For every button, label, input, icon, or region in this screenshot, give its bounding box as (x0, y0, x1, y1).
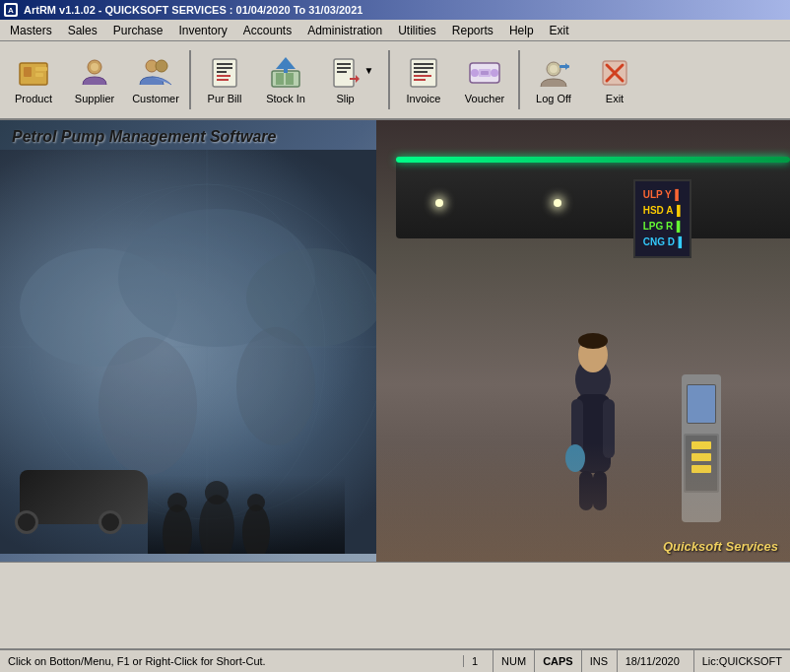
svg-point-56 (242, 504, 270, 554)
slip-icon (328, 55, 363, 91)
svg-point-65 (578, 333, 608, 349)
svg-rect-15 (217, 79, 229, 81)
invoice-icon (406, 55, 441, 91)
svg-text:A: A (8, 6, 14, 15)
stockin-icon (268, 55, 303, 91)
status-bar: Click on Botton/Menu, F1 or Right-Click … (0, 648, 790, 672)
toolbar-supplier-btn[interactable]: Supplier (65, 44, 124, 115)
svg-point-55 (205, 481, 229, 504)
product-icon (16, 55, 51, 91)
status-date: 18/11/2020 (618, 650, 694, 672)
crowd-silhouette (148, 475, 345, 554)
menu-purchase[interactable]: Purchase (105, 22, 171, 39)
watermark: Quicksoft Services (663, 539, 778, 554)
banner-title: Petrol Pump Management Software (12, 128, 277, 146)
status-page: 1 (464, 650, 494, 672)
fuel-cng: CNG D▐ (643, 235, 682, 250)
toolbar-stockin-btn[interactable]: Stock In (256, 44, 315, 115)
car-wheel-right (99, 510, 122, 534)
toolbar-separator-1 (189, 50, 191, 109)
svg-rect-11 (217, 63, 232, 65)
toolbar-customer-btn[interactable]: Customer (126, 44, 185, 115)
station-area: ULP Y▐ HSD A▐ LPG R▐ CNG D▐ (376, 120, 790, 562)
light-1 (435, 199, 443, 207)
toolbar-invoice-btn[interactable]: Invoice (394, 44, 453, 115)
fuel-hsd: HSD A▐ (643, 203, 682, 219)
menu-masters[interactable]: Masters (2, 22, 60, 39)
menu-inventory[interactable]: Inventory (170, 22, 234, 39)
svg-rect-23 (337, 67, 351, 69)
svg-rect-69 (688, 385, 715, 423)
status-num: NUM (494, 650, 535, 672)
app-icon: A (4, 3, 18, 17)
fuel-lpg: LPG R▐ (643, 219, 682, 235)
slip-dropdown-arrow[interactable]: ▼ (364, 65, 374, 76)
logout-label: Log Off (536, 93, 571, 104)
menu-reports[interactable]: Reports (444, 22, 501, 39)
status-caps: CAPS (535, 650, 582, 672)
toolbar-logout-btn[interactable]: Log Off (524, 44, 583, 115)
svg-point-32 (471, 69, 479, 77)
menu-bar: Masters Sales Purchase Inventory Account… (0, 20, 790, 41)
menu-exit[interactable]: Exit (542, 22, 577, 39)
svg-rect-22 (337, 63, 351, 65)
menu-administration[interactable]: Administration (299, 22, 390, 39)
status-ins: INS (582, 650, 618, 672)
light-2 (554, 199, 561, 207)
svg-point-47 (236, 327, 315, 445)
svg-rect-26 (414, 63, 433, 65)
title-text: ArtRM v1.1.02 - QUICKSOFT SERVICES : 01/… (24, 4, 362, 16)
purbill-label: Pur Bill (208, 93, 242, 104)
svg-rect-24 (337, 71, 347, 73)
world-map (0, 150, 414, 554)
menu-sales[interactable]: Sales (60, 22, 105, 39)
toolbar: Product Supplier Customer (0, 41, 790, 120)
svg-rect-28 (414, 71, 428, 73)
svg-rect-4 (35, 67, 47, 71)
toolbar-separator-3 (518, 50, 520, 109)
toolbar-exit-btn[interactable]: Exit (585, 44, 644, 115)
svg-rect-13 (217, 71, 227, 73)
customer-label: Customer (132, 93, 179, 104)
slip-label: Slip (336, 93, 354, 104)
purbill-icon (207, 55, 242, 91)
svg-point-33 (491, 69, 498, 77)
svg-marker-19 (276, 57, 296, 69)
menu-help[interactable]: Help (501, 22, 542, 39)
product-label: Product (15, 93, 52, 104)
status-license: Lic:QUICKSOFT (694, 650, 790, 672)
gray-area (0, 562, 790, 652)
toolbar-slip-btn[interactable]: Slip ▼ (317, 44, 384, 115)
menu-accounts[interactable]: Accounts (235, 22, 299, 39)
toolbar-purbill-btn[interactable]: Pur Bill (195, 44, 254, 115)
fuel-sign: ULP Y▐ HSD A▐ LPG R▐ CNG D▐ (633, 179, 691, 258)
voucher-icon (467, 55, 502, 91)
banner: Petrol Pump Management Software (0, 120, 790, 562)
supplier-icon (77, 55, 112, 91)
title-bar: A ArtRM v1.1.02 - QUICKSOFT SERVICES : 0… (0, 0, 790, 20)
fuel-ulp: ULP Y▐ (643, 187, 682, 203)
svg-point-57 (247, 494, 265, 511)
supplier-label: Supplier (75, 93, 114, 104)
car-silhouette (20, 470, 148, 524)
main-content: Petrol Pump Management Software (0, 120, 790, 562)
svg-rect-12 (217, 67, 232, 69)
svg-point-53 (167, 493, 187, 512)
toolbar-product-btn[interactable]: Product (4, 44, 63, 115)
svg-rect-30 (414, 79, 426, 81)
exit-label: Exit (606, 93, 624, 104)
menu-utilities[interactable]: Utilities (390, 22, 444, 39)
svg-point-9 (156, 60, 167, 72)
svg-rect-17 (276, 73, 284, 85)
svg-rect-20 (284, 69, 288, 73)
station-canopy (396, 160, 790, 238)
status-message: Click on Botton/Menu, F1 or Right-Click … (0, 655, 464, 667)
svg-rect-5 (35, 73, 43, 77)
svg-rect-18 (286, 73, 294, 85)
toolbar-voucher-btn[interactable]: Voucher (455, 44, 514, 115)
svg-rect-27 (414, 67, 433, 69)
customer-icon (138, 55, 173, 91)
svg-rect-35 (481, 71, 489, 75)
exit-icon (597, 55, 632, 91)
svg-rect-14 (217, 75, 230, 77)
